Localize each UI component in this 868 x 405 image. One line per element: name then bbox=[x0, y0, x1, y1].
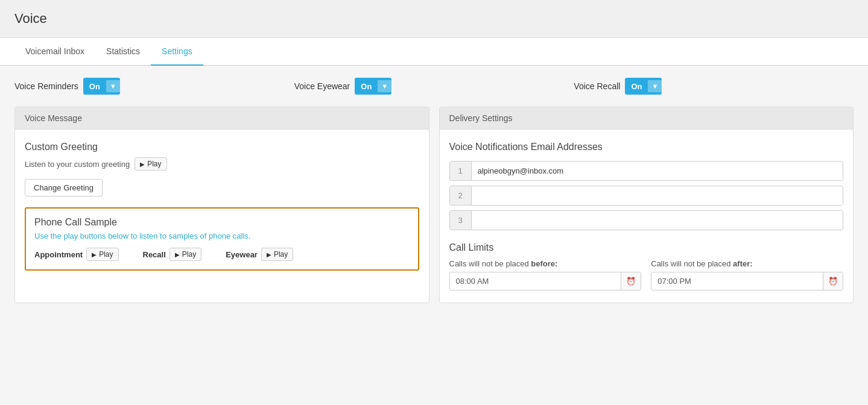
voice-eyewear-state: On bbox=[355, 82, 378, 91]
email-input-1[interactable] bbox=[472, 162, 843, 180]
voice-recall-toggle[interactable]: On ▼ bbox=[625, 78, 662, 95]
call-limits-row: Calls will not be placed before: ⏰ Calls… bbox=[449, 259, 844, 290]
voice-eyewear-toggle[interactable]: On ▼ bbox=[355, 78, 391, 95]
email-row-1: 1 bbox=[449, 161, 844, 181]
email-num-1: 1 bbox=[450, 162, 472, 180]
toggles-row: Voice Reminders On ▼ Voice Eyewear On ▼ … bbox=[14, 78, 854, 95]
call-limit-before: Calls will not be placed before: ⏰ bbox=[449, 259, 642, 290]
email-num-3: 3 bbox=[450, 211, 472, 230]
appointment-sample: Appointment ▶ Play bbox=[34, 248, 119, 261]
call-after-input[interactable] bbox=[651, 272, 823, 290]
phone-call-sample-section: Phone Call Sample Use the play buttons b… bbox=[25, 207, 419, 271]
voice-recall-state: On bbox=[625, 82, 648, 91]
toggle-reminders-arrow: ▼ bbox=[106, 80, 120, 92]
listen-play-label: Play bbox=[147, 160, 161, 168]
voice-recall-group: Voice Recall On ▼ bbox=[574, 78, 854, 95]
email-row-3: 3 bbox=[449, 210, 844, 230]
call-limits-title: Call Limits bbox=[449, 242, 844, 253]
appointment-play-button[interactable]: ▶ Play bbox=[86, 248, 118, 261]
call-before-input-wrap: ⏰ bbox=[449, 272, 642, 290]
page-header: Voice bbox=[0, 0, 868, 38]
recall-play-label: Play bbox=[182, 250, 196, 259]
voice-message-panel-header: Voice Message bbox=[15, 107, 429, 130]
clock-after-icon[interactable]: ⏰ bbox=[823, 272, 843, 290]
appointment-play-icon: ▶ bbox=[92, 251, 97, 258]
call-after-label: Calls will not be placed after: bbox=[651, 259, 843, 268]
voice-message-panel-body: Custom Greeting Listen to your custom gr… bbox=[15, 130, 429, 283]
appointment-play-label: Play bbox=[99, 250, 113, 259]
sample-buttons-row: Appointment ▶ Play Recall ▶ Play bbox=[34, 248, 410, 261]
listen-play-button[interactable]: ▶ Play bbox=[135, 157, 166, 171]
listen-row: Listen to your custom greeting ▶ Play bbox=[25, 157, 419, 171]
tab-statistics[interactable]: Statistics bbox=[95, 38, 151, 66]
call-before-label: Calls will not be placed before: bbox=[449, 259, 642, 268]
email-num-2: 2 bbox=[450, 186, 472, 205]
toggle-eyewear-arrow: ▼ bbox=[378, 80, 391, 92]
voice-recall-label: Voice Recall bbox=[574, 81, 620, 91]
tabs-bar: Voicemail Inbox Statistics Settings bbox=[0, 38, 868, 66]
voice-eyewear-label: Voice Eyewear bbox=[294, 81, 350, 91]
recall-play-button[interactable]: ▶ Play bbox=[169, 248, 201, 261]
recall-play-icon: ▶ bbox=[175, 251, 180, 258]
email-input-3[interactable] bbox=[472, 211, 843, 230]
email-input-2[interactable] bbox=[472, 186, 843, 205]
voice-message-panel: Voice Message Custom Greeting Listen to … bbox=[14, 107, 429, 303]
change-greeting-button[interactable]: Change Greeting bbox=[25, 179, 103, 196]
page-title: Voice bbox=[14, 11, 854, 27]
call-before-input[interactable] bbox=[450, 272, 621, 290]
eyewear-play-icon: ▶ bbox=[267, 251, 271, 258]
call-after-input-wrap: ⏰ bbox=[651, 272, 843, 290]
voice-reminders-toggle[interactable]: On ▼ bbox=[83, 78, 120, 95]
email-section-title: Voice Notifications Email Addresses bbox=[449, 142, 844, 152]
panels-row: Voice Message Custom Greeting Listen to … bbox=[14, 107, 854, 303]
recall-label: Recall bbox=[143, 250, 166, 259]
toggle-recall-arrow: ▼ bbox=[648, 80, 662, 92]
listen-label: Listen to your custom greeting bbox=[25, 160, 130, 169]
appointment-label: Appointment bbox=[34, 250, 83, 259]
delivery-settings-panel: Delivery Settings Voice Notifications Em… bbox=[439, 107, 854, 303]
eyewear-play-label: Play bbox=[274, 250, 288, 259]
eyewear-play-button[interactable]: ▶ Play bbox=[261, 248, 293, 261]
main-content: Voice Reminders On ▼ Voice Eyewear On ▼ … bbox=[0, 66, 868, 315]
eyewear-sample: Eyewear ▶ Play bbox=[226, 248, 293, 261]
eyewear-label: Eyewear bbox=[226, 250, 258, 259]
phone-call-sample-description: Use the play buttons below to listen to … bbox=[34, 231, 410, 240]
voice-reminders-label: Voice Reminders bbox=[14, 81, 78, 91]
tab-settings[interactable]: Settings bbox=[151, 38, 203, 66]
call-limit-after: Calls will not be placed after: ⏰ bbox=[651, 259, 843, 290]
phone-call-sample-title: Phone Call Sample bbox=[34, 217, 410, 228]
custom-greeting-section: Custom Greeting Listen to your custom gr… bbox=[25, 142, 419, 207]
tab-voicemail-inbox[interactable]: Voicemail Inbox bbox=[14, 38, 95, 66]
play-icon: ▶ bbox=[140, 161, 145, 168]
delivery-settings-panel-header: Delivery Settings bbox=[440, 107, 854, 130]
recall-sample: Recall ▶ Play bbox=[143, 248, 202, 261]
email-fields-section: Voice Notifications Email Addresses 1 2 … bbox=[449, 142, 844, 230]
voice-reminders-state: On bbox=[83, 82, 106, 91]
email-row-2: 2 bbox=[449, 186, 844, 206]
custom-greeting-title: Custom Greeting bbox=[25, 142, 419, 152]
voice-eyewear-group: Voice Eyewear On ▼ bbox=[294, 78, 574, 95]
call-limits-section: Call Limits Calls will not be placed bef… bbox=[449, 242, 844, 290]
voice-reminders-group: Voice Reminders On ▼ bbox=[14, 78, 294, 95]
delivery-settings-panel-body: Voice Notifications Email Addresses 1 2 … bbox=[440, 130, 854, 303]
clock-before-icon[interactable]: ⏰ bbox=[621, 272, 641, 290]
